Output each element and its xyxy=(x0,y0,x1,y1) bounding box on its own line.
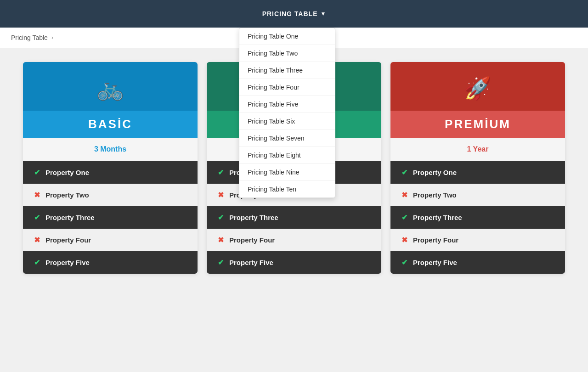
property-label-standard-3: Property Four xyxy=(229,236,275,244)
card-title-premium: PREMİUM xyxy=(445,117,511,131)
property-label-basic-3: Property Four xyxy=(45,236,91,244)
property-label-basic-0: Property One xyxy=(45,169,89,176)
property-label-premium-0: Property One xyxy=(413,169,457,176)
card-icon-area-premium: 🚀 xyxy=(390,62,565,111)
breadcrumb[interactable]: Pricing Table xyxy=(11,34,48,41)
cross-icon: ✖ xyxy=(34,236,40,244)
pricing-card-basic: 🚲BASİC3 Months✔Property One✖Property Two… xyxy=(23,62,198,274)
property-label-basic-4: Property Five xyxy=(45,259,90,266)
dropdown-item[interactable]: Pricing Table Three xyxy=(239,62,335,79)
property-label-basic-1: Property Two xyxy=(45,191,89,199)
property-label-premium-3: Property Four xyxy=(413,236,458,244)
card-icon-premium: 🚀 xyxy=(464,76,492,101)
property-row-premium-4: ✔Property Five xyxy=(390,251,565,274)
card-title-area-premium: PREMİUM xyxy=(390,111,565,138)
cross-icon: ✖ xyxy=(34,191,40,199)
card-title-area-basic: BASİC xyxy=(23,111,198,138)
property-row-basic-4: ✔Property Five xyxy=(23,251,198,274)
property-label-premium-1: Property Two xyxy=(413,191,457,199)
dropdown-item[interactable]: Pricing Table Ten xyxy=(239,181,335,197)
cross-icon: ✖ xyxy=(218,191,224,199)
property-label-standard-2: Property Three xyxy=(229,214,278,221)
property-label-premium-4: Property Five xyxy=(413,259,457,266)
property-row-standard-3: ✖Property Four xyxy=(207,229,381,251)
dropdown-item[interactable]: Pricing Table Eight xyxy=(239,147,335,164)
dropdown-item[interactable]: Pricing Table Four xyxy=(239,79,335,96)
card-icon-basic: 🚲 xyxy=(96,76,124,101)
check-icon: ✔ xyxy=(218,168,224,177)
property-row-premium-3: ✖Property Four xyxy=(390,229,565,251)
property-row-premium-1: ✖Property Two xyxy=(390,184,565,206)
pricing-table-dropdown: Pricing Table OnePricing Table TwoPricin… xyxy=(239,28,335,198)
property-row-basic-0: ✔Property One xyxy=(23,161,198,184)
check-icon: ✔ xyxy=(401,168,407,177)
header: PRICING TABLE ▼ Pricing Table OnePricing… xyxy=(0,0,588,28)
dropdown-item[interactable]: Pricing Table Six xyxy=(239,113,335,130)
nav-label: PRICING TABLE xyxy=(262,10,318,17)
property-row-basic-1: ✖Property Two xyxy=(23,184,198,206)
property-row-premium-0: ✔Property One xyxy=(390,161,565,184)
property-row-premium-2: ✔Property Three xyxy=(390,206,565,229)
property-row-standard-2: ✔Property Three xyxy=(207,206,381,229)
chevron-down-icon: ▼ xyxy=(320,11,326,17)
check-icon: ✔ xyxy=(34,258,40,267)
dropdown-item[interactable]: Pricing Table Seven xyxy=(239,130,335,147)
check-icon: ✔ xyxy=(34,168,40,177)
dropdown-item[interactable]: Pricing Table Nine xyxy=(239,164,335,181)
cross-icon: ✖ xyxy=(401,191,407,199)
card-icon-area-basic: 🚲 xyxy=(23,62,198,111)
breadcrumb-arrow: › xyxy=(51,34,53,41)
dropdown-item[interactable]: Pricing Table Two xyxy=(239,45,335,62)
property-label-basic-2: Property Three xyxy=(45,214,95,221)
pricing-table-nav[interactable]: PRICING TABLE ▼ xyxy=(262,10,326,17)
card-duration-basic: 3 Months xyxy=(23,138,198,161)
property-label-standard-4: Property Five xyxy=(229,259,273,266)
check-icon: ✔ xyxy=(34,213,40,222)
check-icon: ✔ xyxy=(401,213,407,222)
dropdown-item[interactable]: Pricing Table One xyxy=(239,28,335,45)
property-label-premium-2: Property Three xyxy=(413,214,462,221)
cross-icon: ✖ xyxy=(401,236,407,244)
check-icon: ✔ xyxy=(218,258,224,267)
property-row-standard-4: ✔Property Five xyxy=(207,251,381,274)
check-icon: ✔ xyxy=(401,258,407,267)
dropdown-item[interactable]: Pricing Table Five xyxy=(239,96,335,113)
card-header-basic: 🚲BASİC xyxy=(23,62,198,138)
property-row-basic-3: ✖Property Four xyxy=(23,229,198,251)
property-row-basic-2: ✔Property Three xyxy=(23,206,198,229)
check-icon: ✔ xyxy=(218,213,224,222)
pricing-card-premium: 🚀PREMİUM1 Year✔Property One✖Property Two… xyxy=(390,62,565,274)
card-duration-premium: 1 Year xyxy=(390,138,565,161)
card-header-premium: 🚀PREMİUM xyxy=(390,62,565,138)
cross-icon: ✖ xyxy=(218,236,224,244)
card-title-basic: BASİC xyxy=(88,117,132,131)
